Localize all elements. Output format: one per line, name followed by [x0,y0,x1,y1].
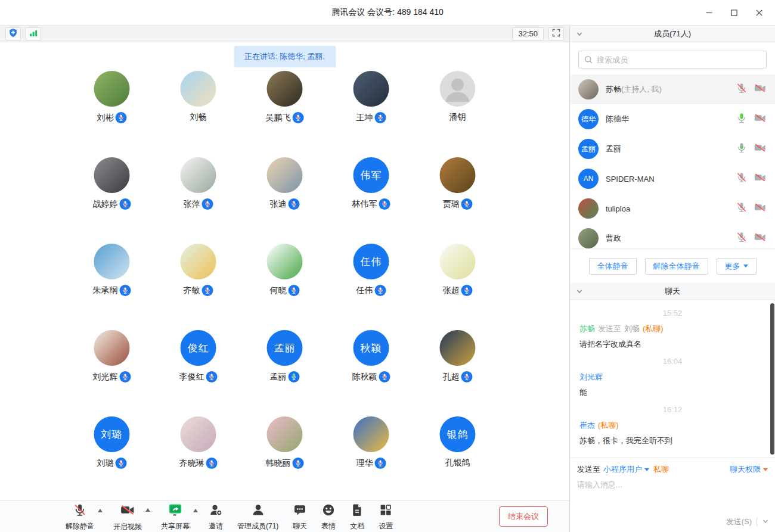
mute-all-button[interactable]: 全体静音 [589,258,637,275]
chat-sender: 刘光辉 [579,372,603,382]
participant-tile[interactable]: 张超 [414,238,501,324]
security-shield-button[interactable] [5,27,21,41]
invite-button[interactable]: 邀请 [203,499,229,532]
unmute-button[interactable]: 解除静音 [60,499,100,532]
meeting-timer: 32:50 [512,27,544,41]
participant-tile[interactable]: 孔超 [414,324,501,410]
participant-tile[interactable]: 战婷婷 [69,151,155,238]
participant-tile[interactable]: 齐晓琳 [155,410,241,497]
chat-body: 苏畅，很卡，我完全听不到 [579,435,765,446]
window-controls [696,0,771,25]
participant-label: 韩晓丽 [266,458,304,469]
mic-muted-icon [120,198,131,210]
fullscreen-button[interactable] [548,27,564,41]
participant-tile[interactable]: 吴鹏飞 [241,65,328,151]
member-camera-off-icon [754,171,767,186]
settings-button[interactable]: 设置 [373,499,399,532]
participant-label: 刘彬 [97,112,127,123]
caret-down-icon [644,468,649,471]
chat-permission-dropdown[interactable]: 聊天权限 [730,464,768,475]
avatar [94,71,130,107]
send-to-dropdown[interactable]: 小程序用户 [603,464,649,475]
participant-tile[interactable]: 理华 [328,410,414,497]
collapse-chat-icon[interactable] [576,288,583,297]
avatar [267,157,303,193]
participant-tile[interactable]: 孟丽孟丽 [241,324,328,410]
member-row[interactable]: 孟丽孟丽 [570,134,775,164]
participant-tile[interactable]: 何晓 [241,238,328,324]
more-actions-button[interactable]: 更多 [717,258,757,275]
member-row[interactable]: 曹政 [570,223,775,248]
participant-tile[interactable]: 潘钥 [414,65,501,151]
participant-tile[interactable]: 俊红李俊红 [155,324,241,410]
members-button[interactable]: 管理成员(71) [231,499,284,532]
participant-tile[interactable]: 刘畅 [155,65,241,151]
member-search-input[interactable] [578,51,767,69]
participant-tile[interactable]: 张迪 [241,151,328,238]
toolbar-label: 解除静音 [66,521,94,531]
member-row[interactable]: 德华陈德华 [570,104,775,134]
participant-tile[interactable]: 任伟任伟 [328,238,414,324]
participant-tile[interactable]: 朱承纲 [69,238,155,324]
participant-name: 齐晓琳 [179,458,204,469]
member-mic-on-icon [736,112,748,126]
participant-name: 孔银鸽 [445,458,470,468]
mic-on-icon [289,371,300,382]
avatar: 伟军 [354,157,389,193]
participant-tile[interactable]: 秋颖陈秋颖 [328,324,414,410]
participant-label: 陈秋颖 [352,371,390,382]
participant-name: 何晓 [270,285,287,296]
collapse-members-icon[interactable] [576,30,583,39]
mic-muted-icon [202,285,213,296]
chat-scrollbar[interactable] [770,303,774,455]
toolbar-group-share: 共享屏幕 [155,499,200,532]
participant-label: 战婷婷 [93,198,131,210]
chat-input-area: 发送至 小程序用户 私聊 聊天权限 发送(S) [570,458,775,532]
chat-panel-header: 聊天 [570,283,775,300]
send-button[interactable]: 发送(S) [726,517,752,527]
participant-tile[interactable]: 刘彬 [69,65,155,151]
member-search [570,42,775,74]
maximize-button[interactable] [721,0,746,25]
end-meeting-button[interactable]: 结束会议 [499,506,548,527]
member-row[interactable]: tulipioa [570,194,775,223]
send-options-chevron-icon[interactable] [762,518,769,527]
participant-tile[interactable]: 王坤 [328,65,414,151]
mic-muted-icon [289,198,300,210]
participant-tile[interactable]: 银鸽孔银鸽 [414,410,501,497]
share-button[interactable]: 共享屏幕 [155,499,196,532]
participant-name: 潘钥 [450,112,466,123]
close-button[interactable] [746,0,771,25]
chat-button[interactable]: 聊天 [287,499,313,532]
chat-message-input[interactable] [570,477,775,505]
member-row[interactable]: 苏畅(主持人, 我) [570,74,775,104]
avatar [354,416,389,452]
video-options-caret-icon[interactable] [145,508,150,512]
unmute-options-caret-icon[interactable] [98,509,103,512]
participant-tile[interactable]: 韩晓丽 [241,410,328,497]
private-chat-label[interactable]: 私聊 [653,464,669,475]
participant-name: 战婷婷 [93,199,118,210]
avatar [94,330,130,366]
emoji-button[interactable]: 表情 [315,499,342,532]
participant-tile[interactable]: 刘璐刘璐 [69,410,155,497]
chat-timestamp: 16:12 [579,405,765,414]
mic-muted-icon [206,458,218,469]
participant-tile[interactable]: 贾璐 [414,151,501,238]
avatar: AN [578,169,599,189]
member-row[interactable]: ANSPIDER-MAN [570,164,775,194]
participant-tile[interactable]: 齐敏 [155,238,241,324]
participant-tile[interactable]: 刘光辉 [69,324,155,410]
video-button[interactable]: 开启视频 [107,499,148,532]
docs-button[interactable]: 文档 [344,499,370,532]
share-options-caret-icon[interactable] [193,509,198,512]
unmute-all-button[interactable]: 解除全体静音 [645,258,708,275]
participant-tile[interactable]: 伟军林伟军 [328,151,414,238]
minimize-button[interactable] [696,0,721,25]
participant-label: 刘畅 [190,112,207,123]
participant-tile[interactable]: 张萍 [155,151,241,238]
network-signal-button[interactable] [26,27,41,41]
mic-muted-icon [375,112,386,123]
avatar: 俊红 [181,330,216,366]
avatar [181,416,216,452]
